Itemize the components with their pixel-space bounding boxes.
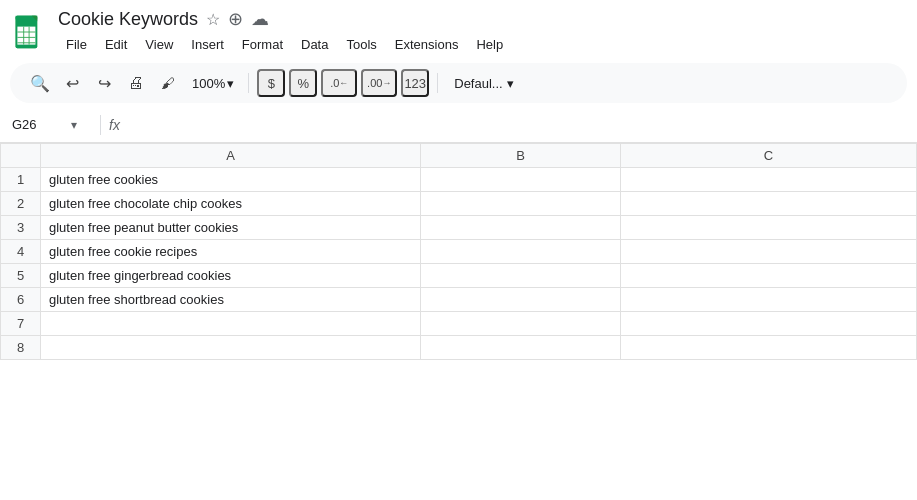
menu-tools[interactable]: Tools (338, 34, 384, 55)
cell-7-a[interactable] (41, 312, 421, 336)
cell-4-b[interactable] (421, 240, 621, 264)
percent-button[interactable]: % (289, 69, 317, 97)
cell-3-a[interactable]: gluten free peanut butter cookies (41, 216, 421, 240)
cell-ref-input[interactable] (12, 117, 67, 132)
cell-6-a[interactable]: gluten free shortbread cookies (41, 288, 421, 312)
menu-help[interactable]: Help (468, 34, 511, 55)
menu-format[interactable]: Format (234, 34, 291, 55)
currency-button[interactable]: $ (257, 69, 285, 97)
menu-insert[interactable]: Insert (183, 34, 232, 55)
cell-4-c[interactable] (621, 240, 917, 264)
cell-2-a[interactable]: gluten free chocolate chip cookes (41, 192, 421, 216)
col-header-a[interactable]: A (41, 144, 421, 168)
menu-extensions[interactable]: Extensions (387, 34, 467, 55)
table-row: 3gluten free peanut butter cookies (1, 216, 917, 240)
paint-format-button[interactable]: 🖌 (154, 69, 182, 97)
cell-4-a[interactable]: gluten free cookie recipes (41, 240, 421, 264)
cell-3-b[interactable] (421, 216, 621, 240)
cell-6-b[interactable] (421, 288, 621, 312)
zoom-value: 100% (192, 76, 225, 91)
font-name: Defaul... (454, 76, 502, 91)
cell-reference-box: ▾ (12, 117, 92, 132)
row-header-2[interactable]: 2 (1, 192, 41, 216)
cell-1-b[interactable] (421, 168, 621, 192)
cloud-icon[interactable]: ☁ (251, 8, 269, 30)
menu-bar: File Edit View Insert Format Data Tools … (58, 34, 511, 55)
row-header-4[interactable]: 4 (1, 240, 41, 264)
title-bar: Cookie Keywords ☆ ⊕ ☁ File Edit View Ins… (0, 0, 917, 59)
toolbar-divider-2 (437, 73, 438, 93)
cell-8-b[interactable] (421, 336, 621, 360)
cell-1-c[interactable] (621, 168, 917, 192)
title-row: Cookie Keywords ☆ ⊕ ☁ (58, 8, 511, 30)
menu-edit[interactable]: Edit (97, 34, 135, 55)
undo-button[interactable]: ↩ (58, 69, 86, 97)
column-header-row: A B C (1, 144, 917, 168)
cell-2-b[interactable] (421, 192, 621, 216)
redo-button[interactable]: ↪ (90, 69, 118, 97)
spreadsheet-container: A B C 1gluten free cookies2gluten free c… (0, 143, 917, 360)
row-header-8[interactable]: 8 (1, 336, 41, 360)
person-add-icon[interactable]: ⊕ (228, 8, 243, 30)
cell-ref-dropdown-icon[interactable]: ▾ (71, 118, 77, 132)
table-row: 2gluten free chocolate chip cookes (1, 192, 917, 216)
cell-3-c[interactable] (621, 216, 917, 240)
cell-6-c[interactable] (621, 288, 917, 312)
menu-file[interactable]: File (58, 34, 95, 55)
decrease-decimal-button[interactable]: .0← (321, 69, 357, 97)
col-header-b[interactable]: B (421, 144, 621, 168)
table-row: 4gluten free cookie recipes (1, 240, 917, 264)
row-header-1[interactable]: 1 (1, 168, 41, 192)
toolbar: 🔍 ↩ ↪ 🖨 🖌 100% ▾ $ % .0← .00→ 123 Defaul… (10, 63, 907, 103)
formula-bar: ▾ fx (0, 107, 917, 143)
zoom-dropdown-icon: ▾ (227, 76, 234, 91)
svg-rect-3 (17, 26, 35, 44)
document-title[interactable]: Cookie Keywords (58, 9, 198, 30)
app-icon (12, 14, 48, 50)
row-header-3[interactable]: 3 (1, 216, 41, 240)
corner-cell (1, 144, 41, 168)
cell-7-c[interactable] (621, 312, 917, 336)
cell-5-b[interactable] (421, 264, 621, 288)
cell-8-c[interactable] (621, 336, 917, 360)
sheet-table: A B C 1gluten free cookies2gluten free c… (0, 143, 917, 360)
row-header-5[interactable]: 5 (1, 264, 41, 288)
zoom-control[interactable]: 100% ▾ (186, 74, 240, 93)
cell-1-a[interactable]: gluten free cookies (41, 168, 421, 192)
cell-5-c[interactable] (621, 264, 917, 288)
increase-decimal-button[interactable]: .00→ (361, 69, 397, 97)
format-number-button[interactable]: 123 (401, 69, 429, 97)
title-section: Cookie Keywords ☆ ⊕ ☁ File Edit View Ins… (58, 8, 511, 55)
font-dropdown-icon: ▾ (507, 76, 514, 91)
table-row: 1gluten free cookies (1, 168, 917, 192)
cell-2-c[interactable] (621, 192, 917, 216)
row-header-7[interactable]: 7 (1, 312, 41, 336)
fx-label: fx (109, 117, 120, 133)
row-header-6[interactable]: 6 (1, 288, 41, 312)
formula-input[interactable] (128, 117, 905, 132)
menu-data[interactable]: Data (293, 34, 336, 55)
toolbar-divider-1 (248, 73, 249, 93)
cell-8-a[interactable] (41, 336, 421, 360)
col-header-c[interactable]: C (621, 144, 917, 168)
print-button[interactable]: 🖨 (122, 69, 150, 97)
table-row: 6gluten free shortbread cookies (1, 288, 917, 312)
table-row: 7 (1, 312, 917, 336)
table-row: 8 (1, 336, 917, 360)
font-selector[interactable]: Defaul... ▾ (446, 74, 521, 93)
formula-bar-divider (100, 115, 101, 135)
search-button[interactable]: 🔍 (26, 69, 54, 97)
menu-view[interactable]: View (137, 34, 181, 55)
cell-5-a[interactable]: gluten free gingerbread cookies (41, 264, 421, 288)
star-icon[interactable]: ☆ (206, 10, 220, 29)
cell-7-b[interactable] (421, 312, 621, 336)
table-row: 5gluten free gingerbread cookies (1, 264, 917, 288)
